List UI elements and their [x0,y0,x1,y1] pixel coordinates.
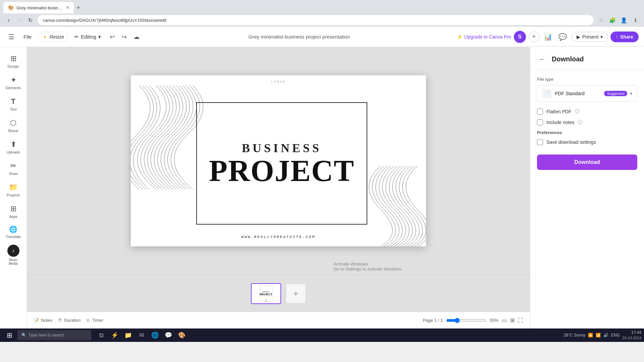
extensions-button[interactable]: 🧩 [608,17,617,23]
new-tab-button[interactable]: + [74,2,83,13]
projects-label: Projects [7,193,20,197]
notes-label: Notes [41,318,52,323]
flatten-pdf-checkbox[interactable] [537,109,543,115]
preferences-section: Preferences Save download settings [537,130,637,145]
notes-icon: 📝 [34,318,39,323]
browser-tab[interactable]: 🎨 Grey minimalist business proje... × [3,2,74,13]
flatten-pdf-info-icon[interactable]: ⓘ [575,109,580,115]
hamburger-button[interactable]: ☰ [5,31,17,43]
browser-action-buttons: ☆ 🧩 👤 ⬇ [596,17,640,23]
taskbar-system-icons: 🔼 [588,333,593,338]
zoom-slider[interactable] [446,318,486,323]
taskbar-app-browser[interactable]: 🌐 [149,329,161,341]
resize-label: Resize [50,34,64,40]
star-button[interactable]: ☆ [596,17,606,23]
duration-label: Duration [64,318,80,323]
duration-button[interactable]: ⏱ Duration [58,318,80,323]
download-action-button[interactable]: Download [537,155,637,170]
panel-back-button[interactable]: ← [537,54,548,64]
taskbar-app-canva[interactable]: 🎨 [176,329,188,341]
address-text: canva.com/design/DAGUXr7jhM0/qfwxol6fjpU… [43,18,166,23]
add-button[interactable]: + [529,32,539,42]
file-type-selector[interactable]: 📄 PDF Standard Suggested ▾ [537,85,637,102]
canvas-slide[interactable]: LARAN BUSINESS PROJECT WWW.REALLYGREATSI… [131,75,426,246]
include-notes-info-icon[interactable]: ⓘ [578,119,582,125]
sidebar-item-music-media[interactable]: ♪ Music Media [1,242,25,268]
present-icon: ▶ [577,34,580,40]
comment-button[interactable]: 💬 [557,31,569,43]
refresh-button[interactable]: ↻ [25,15,35,25]
taskbar-app-copilot[interactable]: ⚡ [109,329,121,341]
brand-icon: ⬡ [10,119,16,127]
timer-button[interactable]: ⏲ Timer [86,318,103,323]
back-button[interactable]: ‹ [4,15,13,25]
add-page-button[interactable]: + [286,284,306,304]
sidebar-item-uploads[interactable]: ⬆ Uploads [1,137,25,158]
sidebar-item-translate[interactable]: 🌐 Translate [1,223,25,241]
fullscreen-button[interactable]: ⛶ [518,317,523,323]
editing-button[interactable]: ✏ Editing ▾ [71,32,104,42]
sidebar-item-design[interactable]: ⊞ Design [1,51,25,72]
zoom-controls: Page 1 / 1 55% ▭ ⊞ ⛶ [423,317,523,323]
upgrade-label: Upgrade to Canva Pro [465,34,511,40]
text-label: Text [10,107,16,111]
forward-button[interactable]: › [15,15,24,25]
sidebar-item-apps[interactable]: ⊞ Apps [1,201,25,222]
uploads-icon: ⬆ [10,140,16,149]
save-settings-label: Save download settings [546,139,596,145]
avatar-button[interactable]: S [514,31,526,43]
thumbnail-1[interactable]: BUSINESS PROJECT 1 [251,283,281,304]
header-title: Grey minimalist business project present… [145,34,454,40]
sidebar-item-projects[interactable]: 📁 Projects [1,180,25,200]
editing-dropdown-icon: ▾ [98,34,101,40]
save-status-button[interactable]: ☁ [131,32,142,42]
duration-icon: ⏱ [58,318,62,323]
address-input[interactable]: canva.com/design/DAGUXr7jhM0/qfwxol6fjpU… [38,15,594,25]
taskbar-search-button[interactable]: 🔍 Type here to search [17,330,91,340]
taskbar-app-mail[interactable]: ✉ [136,329,148,341]
main-layout: ⊞ Design ✦ Elements T Text ⬡ Brand ⬆ Upl… [0,47,644,328]
file-type-label: File type [537,77,637,82]
panel-title: Download [552,55,584,63]
file-button[interactable]: File [20,32,35,42]
taskbar-time: 17:44 [623,330,641,336]
include-notes-checkbox[interactable] [537,119,543,125]
uploads-label: Uploads [6,150,20,154]
profile-button[interactable]: 👤 [619,17,629,23]
sidebar-item-text[interactable]: T Text [1,94,25,115]
timer-label: Timer [92,318,103,323]
present-button[interactable]: ▶ Present ▾ [572,32,608,42]
download-browser-button[interactable]: ⬇ [631,17,640,23]
taskbar-date: 24-10-2024 [623,336,641,340]
save-settings-checkbox[interactable] [537,139,543,145]
taskbar-lang: ENG [611,333,620,338]
music-media-avatar: ♪ [7,245,19,257]
taskbar-app-teams[interactable]: 💬 [162,329,174,341]
fit-view-button[interactable]: ▭ [502,317,507,323]
slide-project-text: PROJECT [209,156,355,186]
taskbar-app-explorer[interactable]: 📁 [122,329,134,341]
design-label: Design [7,64,19,68]
redo-button[interactable]: ↪ [119,32,130,42]
taskbar-weather: 28°C Sunny [564,333,585,338]
upgrade-button[interactable]: ⚡ Upgrade to Canva Pro [457,34,511,40]
undo-button[interactable]: ↩ [107,32,118,42]
resize-button[interactable]: 🔸 Resize [38,32,68,42]
canvas-content[interactable]: LARAN BUSINESS PROJECT WWW.REALLYGREATSI… [27,47,530,275]
taskbar-app-task-view[interactable]: ⧉ [95,329,107,341]
taskbar-right: 28°C Sunny 🔼 📶 🔊 ENG 17:44 24-10-2024 [564,330,641,340]
sidebar-item-draw[interactable]: ✏ Draw [1,158,25,179]
apps-label: Apps [9,215,17,219]
notes-button[interactable]: 📝 Notes [34,318,52,323]
chart-button[interactable]: 📊 [542,31,554,43]
sidebar-item-brand[interactable]: ⬡ Brand [1,115,25,136]
share-button[interactable]: ↑ Share [610,32,639,42]
taskbar-start-button[interactable]: ⊞ [3,328,16,342]
brand-label: Brand [8,129,18,133]
bottom-tools: 📝 Notes ⏱ Duration ⏲ Timer [34,318,103,323]
canvas-area: LARAN BUSINESS PROJECT WWW.REALLYGREATSI… [27,47,530,328]
include-notes-label: Include notes [546,120,574,125]
sidebar-item-elements[interactable]: ✦ Elements [1,72,25,93]
tab-close[interactable]: × [66,5,69,11]
grid-view-button[interactable]: ⊞ [510,317,515,323]
